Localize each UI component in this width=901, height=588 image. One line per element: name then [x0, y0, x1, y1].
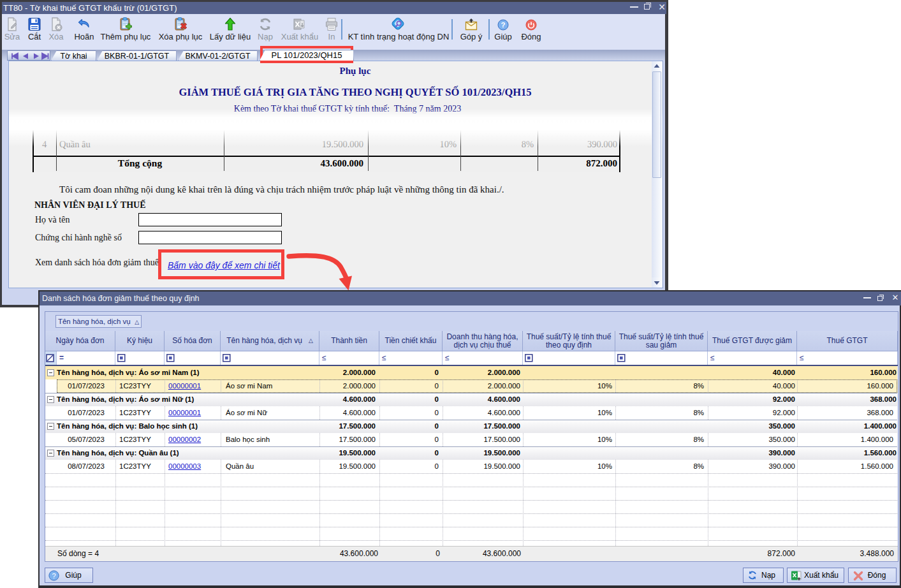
- svg-text:?: ?: [501, 21, 505, 29]
- svg-text:?: ?: [52, 572, 55, 580]
